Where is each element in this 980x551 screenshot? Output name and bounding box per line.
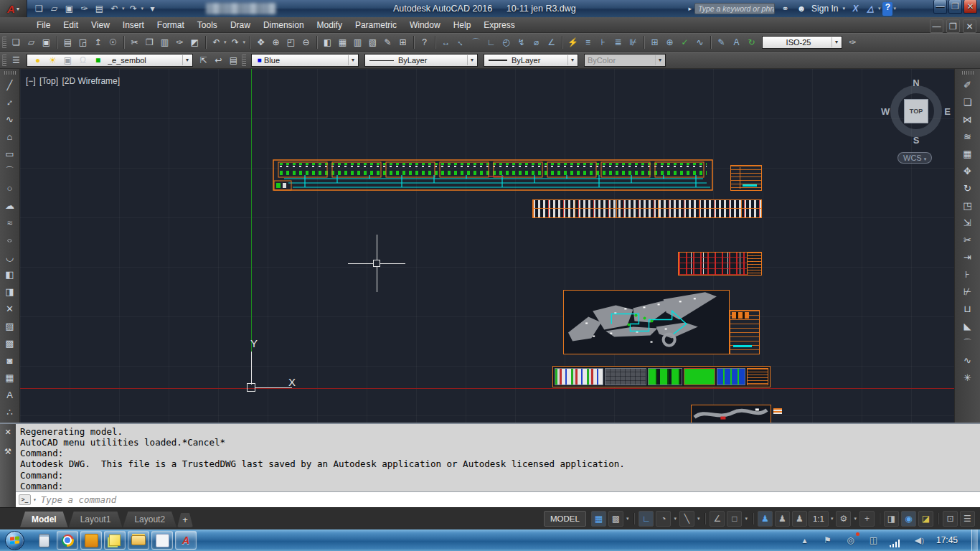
save-as-icon[interactable]: ✑ [77, 2, 91, 16]
viewcube-east[interactable]: E [944, 106, 951, 117]
network-icon[interactable] [890, 534, 903, 547]
rotate-icon[interactable]: ↻ [960, 181, 976, 197]
annotation-autoscale-icon[interactable]: ♟ [775, 511, 790, 527]
layer-previous-icon[interactable]: ↩ [212, 54, 225, 67]
trim-icon[interactable]: ✂ [960, 232, 976, 248]
viewcube-north[interactable]: N [913, 77, 919, 88]
legend-panel-blue-detail[interactable] [717, 368, 745, 385]
new-layout-button[interactable]: + [177, 513, 193, 527]
linetype-combo[interactable]: ByLayer ▾ [364, 54, 478, 67]
zoom-window-icon[interactable]: ◰ [284, 36, 298, 50]
join-icon[interactable]: ⊔ [960, 301, 976, 317]
annotation-scale-button[interactable]: 1:1 [809, 511, 829, 527]
undo-icon[interactable]: ↶ [209, 36, 223, 50]
snap-mode-dropdown-icon[interactable]: ▾ [626, 516, 629, 522]
gradient-icon[interactable]: ▩ [2, 336, 18, 352]
drawing-electrical-riser-diagram[interactable] [273, 156, 730, 192]
menu-view[interactable]: View [85, 17, 116, 33]
dim-arc-length-icon[interactable]: ⌒ [469, 36, 483, 50]
safely-remove-hardware-icon[interactable]: ◫ [867, 534, 880, 547]
redo-dropdown-icon[interactable]: ▾ [141, 6, 144, 11]
action-center-flag-icon[interactable]: ⚑ [821, 534, 834, 547]
viewport-visual-style-control[interactable]: [2D Wireframe] [62, 76, 120, 86]
infocenter-search-input[interactable]: Type a keyword or phrase [694, 3, 775, 14]
layer-on-icon[interactable]: ● [31, 54, 44, 67]
dim-jogged-linear-icon[interactable]: ∿ [693, 36, 707, 50]
copy-icon[interactable]: ❏ [960, 95, 976, 110]
new-icon[interactable]: ❏ [9, 36, 23, 50]
viewcube-west[interactable]: W [881, 106, 890, 117]
tool-palettes-icon[interactable]: ▥ [351, 36, 364, 50]
drawing-site-plan-title-block[interactable] [730, 310, 760, 354]
close-button[interactable]: ✕ [963, 0, 977, 14]
layer-unlock-icon[interactable]: Ω [76, 54, 90, 67]
dim-break-icon[interactable]: ⊮ [626, 36, 640, 50]
mdi-restore-button[interactable]: ❐ [946, 19, 960, 33]
ftp-app-icon[interactable]: FTP [151, 531, 173, 550]
sheet-set-manager-icon[interactable]: ▧ [366, 36, 380, 50]
quick-properties-icon[interactable]: ◨ [884, 511, 899, 527]
layer-vp-freeze-icon[interactable]: ▣ [61, 54, 75, 67]
undo-dropdown-icon[interactable]: ▾ [122, 6, 125, 11]
point-cloud-icon[interactable]: ∴ [2, 405, 18, 420]
toolbar-grip[interactable] [2, 37, 6, 48]
object-snap-icon[interactable]: □ [727, 511, 742, 527]
cut-icon[interactable]: ✂ [128, 36, 141, 50]
zoom-realtime-icon[interactable]: ⊕ [269, 36, 283, 50]
annotation-monitor-icon[interactable]: + [859, 511, 875, 527]
workspace-switching-icon[interactable]: ⚙ [836, 511, 851, 527]
break-at-point-icon[interactable]: ⊦ [960, 267, 976, 283]
multiline-text-icon[interactable]: A [2, 387, 18, 403]
legend-panel-bars[interactable] [555, 368, 603, 385]
workspace-switching-dropdown-icon[interactable]: ▾ [854, 516, 857, 522]
layer-freeze-icon[interactable]: ☀ [46, 54, 60, 67]
file-explorer-app-icon[interactable] [128, 531, 149, 550]
menu-window[interactable]: Window [403, 17, 447, 33]
open-icon[interactable]: ▱ [47, 2, 61, 16]
help-icon[interactable]: ? [882, 2, 892, 16]
move-icon[interactable]: ✥ [960, 164, 976, 179]
viewcube-top-face[interactable]: TOP [904, 99, 928, 123]
annotation-scale-icon[interactable]: ♟ [792, 511, 807, 527]
annotation-scale-dropdown-icon[interactable]: ▾ [831, 516, 834, 522]
dim-style-combo[interactable]: ISO-25 ▾ [762, 36, 842, 49]
insert-block-icon[interactable]: ◧ [2, 267, 18, 283]
tab-layout1[interactable]: Layout1 [69, 512, 123, 527]
extend-icon[interactable]: ⇥ [960, 250, 976, 265]
legend-title-block[interactable] [747, 368, 768, 385]
dim-aligned-icon[interactable]: ↔ [451, 33, 471, 52]
drawing-floor-plan-red[interactable] [678, 252, 762, 276]
hatch-icon[interactable]: ▨ [2, 319, 18, 334]
object-snap-tracking-icon[interactable]: ∠ [710, 511, 725, 527]
quickcalc-icon[interactable]: ⊞ [396, 36, 410, 50]
isolate-objects-icon[interactable]: ◪ [918, 511, 933, 527]
wcs-menu[interactable]: WCS▾ [897, 152, 932, 164]
dim-inspect-icon[interactable]: ✓ [678, 36, 692, 50]
minimize-button[interactable]: — [933, 0, 947, 14]
mdi-close-button[interactable]: ✕ [963, 19, 976, 33]
dim-angular-icon[interactable]: ∠ [545, 36, 558, 50]
qat-customize-icon[interactable]: ▾ [146, 2, 159, 16]
ortho-mode-icon[interactable]: ∟ [639, 511, 654, 527]
dim-diameter-icon[interactable]: ⌀ [529, 36, 543, 50]
color-dropdown-icon[interactable]: ▾ [348, 55, 357, 65]
volume-icon[interactable]: ◀ [913, 534, 926, 547]
viewcube-south[interactable]: S [913, 135, 920, 146]
plot-icon[interactable]: ▤ [93, 2, 106, 16]
zoom-previous-icon[interactable]: ⊖ [299, 36, 313, 50]
drawing-partial-site-plan[interactable] [691, 405, 771, 423]
region-icon[interactable]: ◙ [2, 353, 18, 369]
dim-style-manager-icon[interactable]: ✑ [846, 36, 859, 50]
block-editor-icon[interactable]: ◩ [188, 36, 202, 50]
tolerance-icon[interactable]: ⊞ [648, 36, 661, 50]
menu-insert[interactable]: Insert [116, 17, 151, 33]
layer-properties-manager-icon[interactable]: ☰ [9, 54, 23, 67]
plot-preview-icon[interactable]: ◲ [76, 36, 90, 50]
ellipse-arc-icon[interactable]: ◡ [2, 250, 18, 265]
copy-icon[interactable]: ❐ [143, 36, 156, 50]
customization-icon[interactable]: ☰ [960, 511, 975, 527]
viewcube[interactable]: N S W E TOP [884, 79, 948, 143]
lineweight-dropdown-icon[interactable]: ▾ [567, 55, 577, 65]
match-properties-icon[interactable]: ✑ [173, 36, 187, 50]
help-icon[interactable]: ? [418, 36, 431, 50]
